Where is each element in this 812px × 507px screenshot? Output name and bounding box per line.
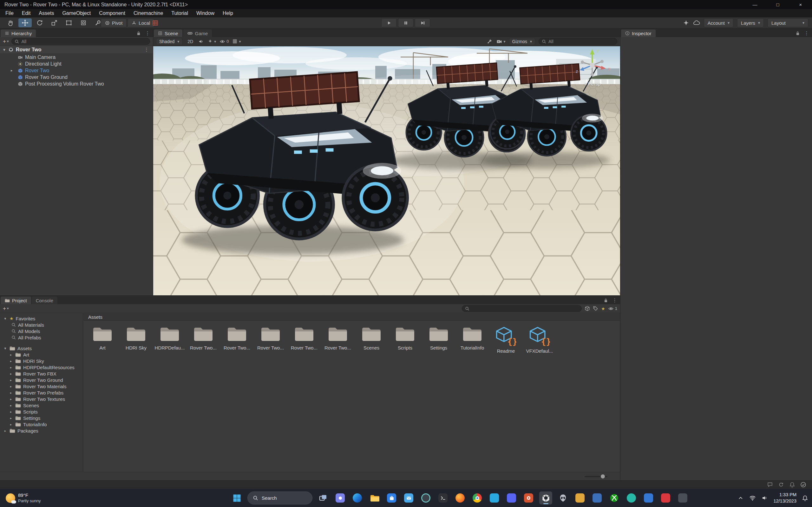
play-button[interactable] (381, 18, 397, 27)
assets-breadcrumb[interactable]: Assets (84, 314, 620, 321)
scene-orientation-gizmo[interactable]: y x z < Persp (567, 48, 617, 87)
scene-search-input[interactable]: All (539, 38, 617, 45)
grid-snap-icon[interactable] (152, 19, 159, 26)
menu-gameobject[interactable]: GameObject (58, 10, 95, 16)
step-button[interactable] (415, 18, 430, 27)
expand-arrow-icon[interactable]: ▼ (3, 347, 7, 350)
discord-icon[interactable] (505, 492, 518, 504)
tree-folder-tutorialinfo[interactable]: ▸TutorialInfo (0, 421, 83, 428)
menu-tutorial[interactable]: Tutorial (167, 10, 192, 16)
expand-arrow-icon[interactable]: ▸ (9, 385, 13, 388)
asset-item-readme[interactable]: Readme (491, 326, 521, 354)
mail-icon[interactable] (402, 492, 415, 504)
hierarchy-item-rover-two-ground[interactable]: Rover Two Ground (0, 74, 153, 80)
copilot-icon[interactable] (419, 492, 432, 504)
edge-icon[interactable] (351, 492, 364, 504)
hierarchy-search-input[interactable]: All (11, 38, 150, 45)
expand-arrow-icon[interactable]: ▸ (9, 397, 13, 401)
rotate-tool-icon[interactable] (33, 18, 46, 27)
clock[interactable]: 1:33 PM 12/13/2023 (773, 492, 797, 504)
asset-item-tutorialinfo[interactable]: TutorialInfo (457, 326, 488, 354)
expand-arrow-icon[interactable]: ▼ (3, 317, 7, 320)
expand-arrow-icon[interactable]: ▸ (9, 366, 13, 369)
collab-icon[interactable] (683, 20, 689, 26)
favorites-all-materials[interactable]: All Materials (0, 322, 83, 328)
tree-folder-settings[interactable]: ▸Settings (0, 415, 83, 421)
tree-folder-scripts[interactable]: ▸Scripts (0, 408, 83, 415)
console-message-icon[interactable] (767, 482, 773, 488)
file-explorer-icon[interactable] (368, 492, 381, 504)
layout-dropdown[interactable]: Layout▾ (768, 18, 808, 27)
expand-arrow-icon[interactable]: ▸ (3, 429, 7, 433)
lock-icon[interactable] (795, 31, 800, 36)
start-button[interactable] (230, 492, 243, 504)
lock-icon[interactable] (603, 298, 608, 303)
menu-file[interactable]: File (1, 10, 18, 16)
red-app-icon[interactable] (659, 492, 672, 504)
expand-arrow-icon[interactable]: ▸ (9, 353, 13, 356)
azure-app-icon[interactable] (642, 492, 655, 504)
menu-window[interactable]: Window (192, 10, 218, 16)
expand-arrow-icon[interactable]: ▸ (11, 68, 13, 72)
teams-icon[interactable] (334, 492, 347, 504)
asset-item-rover-two-materials[interactable]: Rover Two... (255, 326, 286, 354)
teal-app-icon[interactable] (625, 492, 638, 504)
wifi-icon[interactable] (749, 495, 756, 501)
lock-icon[interactable] (136, 31, 141, 36)
tree-folder-rover-two-materials[interactable]: ▸Rover Two Materials (0, 383, 83, 389)
expand-arrow-icon[interactable]: ▸ (9, 404, 13, 407)
unity-taskbar-icon[interactable] (539, 492, 552, 504)
expand-arrow-icon[interactable]: ▼ (3, 48, 6, 52)
tab-project[interactable]: Project (1, 297, 31, 304)
panel-menu-icon[interactable]: ⋮ (804, 30, 809, 36)
tab-game[interactable]: Game (183, 30, 212, 37)
terminal-icon[interactable] (437, 492, 450, 504)
expand-arrow-icon[interactable]: ▸ (9, 359, 13, 363)
collab-sync-icon[interactable] (778, 482, 784, 488)
create-asset-button[interactable]: +▾ (3, 305, 9, 312)
asset-item-art[interactable]: Art (87, 326, 118, 354)
tree-folder-art[interactable]: ▸Art (0, 351, 83, 358)
notification-bell-icon[interactable] (802, 495, 808, 501)
create-object-button[interactable]: +▾ (3, 38, 9, 45)
maximize-button[interactable]: □ (766, 0, 789, 9)
tree-folder-rover-two-textures[interactable]: ▸Rover Two Textures (0, 396, 83, 402)
progress-idle-icon[interactable] (800, 482, 806, 488)
menu-edit[interactable]: Edit (18, 10, 35, 16)
audio-toggle-icon[interactable] (198, 39, 204, 44)
weather-widget[interactable]: 89°F Partly sunny (2, 491, 45, 505)
task-view-icon[interactable] (316, 492, 329, 504)
hierarchy-item-main-camera[interactable]: Main Camera (0, 54, 153, 60)
tree-folder-rover-two-ground[interactable]: ▸Rover Two Ground (0, 377, 83, 383)
rect-tool-icon[interactable] (62, 18, 75, 27)
gold-app-icon[interactable] (573, 492, 587, 504)
panel-menu-icon[interactable]: ⋮ (145, 30, 150, 36)
hierarchy-item-rover-two[interactable]: ▸Rover Two (0, 67, 153, 74)
blue-app-icon[interactable] (591, 492, 604, 504)
transform-tool-icon[interactable] (77, 18, 90, 27)
shading-dropdown[interactable]: Shaded▾ (156, 38, 183, 45)
expand-arrow-icon[interactable]: ▸ (9, 423, 13, 426)
chrome-icon[interactable] (471, 492, 484, 504)
2d-toggle[interactable]: 2D (186, 39, 195, 44)
asset-item-scripts[interactable]: Scripts (390, 326, 420, 354)
volume-icon[interactable] (761, 495, 768, 501)
asset-item-rover-two-ground[interactable]: Rover Two... (222, 326, 252, 354)
menu-cinemachine[interactable]: Cinemachine (130, 10, 167, 16)
tree-folder-hdrp-default[interactable]: ▸HDRPDefaultResources (0, 364, 83, 371)
asset-item-scenes[interactable]: Scenes (356, 326, 387, 354)
scene-visibility-icon[interactable]: 0 (219, 39, 229, 44)
tray-chevron-icon[interactable] (738, 495, 744, 501)
gizmos-dropdown[interactable]: Gizmos▾ (509, 38, 535, 45)
panel-menu-icon[interactable]: ⋮ (612, 297, 617, 303)
effects-dropdown-icon[interactable]: ▾ (207, 39, 216, 44)
expand-arrow-icon[interactable]: ▸ (9, 416, 13, 420)
hierarchy-item-directional-light[interactable]: Directional Light (0, 60, 153, 67)
menu-assets[interactable]: Assets (35, 10, 58, 16)
expand-arrow-icon[interactable]: ▸ (9, 410, 13, 413)
minimize-button[interactable]: — (744, 0, 766, 9)
scene-tools-icon[interactable] (487, 39, 493, 44)
pause-button[interactable] (398, 18, 413, 27)
packages-root[interactable]: ▸Packages (0, 428, 83, 434)
menu-help[interactable]: Help (218, 10, 237, 16)
